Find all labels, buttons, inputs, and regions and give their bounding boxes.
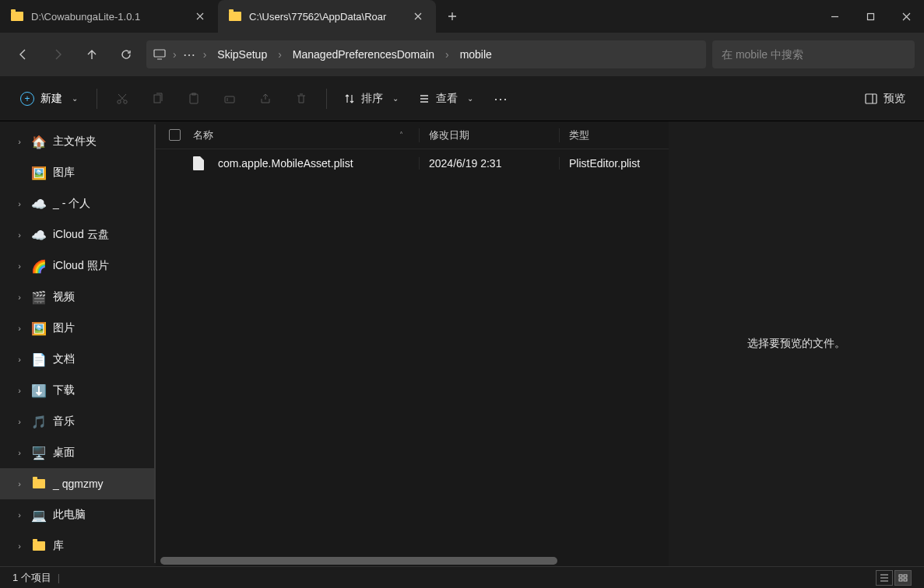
expand-icon[interactable]: › <box>14 261 25 271</box>
expand-icon[interactable]: › <box>14 199 25 208</box>
svg-rect-8 <box>866 94 877 103</box>
up-button[interactable] <box>78 40 106 68</box>
horizontal-scrollbar[interactable] <box>156 555 669 566</box>
svg-rect-4 <box>154 95 160 103</box>
close-button[interactable] <box>888 0 924 33</box>
folder-icon <box>31 538 47 554</box>
rename-button[interactable] <box>214 85 245 113</box>
expand-icon[interactable]: › <box>14 448 25 457</box>
file-icon <box>193 156 204 170</box>
view-button[interactable]: 查看 ⌄ <box>411 85 481 113</box>
view-icons-button[interactable] <box>894 570 912 586</box>
ellipsis-icon[interactable]: ⋯ <box>180 47 200 62</box>
sidebar-item[interactable]: ›💻此电脑 <box>0 499 156 530</box>
sidebar-item-label: 图片 <box>53 321 75 335</box>
preview-pane: 选择要预览的文件。 <box>669 121 924 566</box>
preview-button[interactable]: 预览 <box>857 85 913 113</box>
sidebar-item-label: 下载 <box>53 383 75 397</box>
maximize-button[interactable] <box>852 0 888 33</box>
chevron-right-icon[interactable]: › <box>171 48 178 61</box>
chevron-right-icon[interactable]: › <box>276 48 283 61</box>
breadcrumb-segment[interactable]: ManagedPreferencesDomain <box>285 40 442 68</box>
item-count: 1 个项目 <box>12 571 51 585</box>
expand-icon[interactable]: › <box>14 541 25 551</box>
share-button[interactable] <box>250 85 281 113</box>
column-header-date[interactable]: 修改日期 <box>419 128 559 142</box>
scrollbar-thumb[interactable] <box>160 557 557 565</box>
sidebar-item[interactable]: ›⬇️下载 <box>0 375 156 406</box>
chevron-right-icon[interactable]: › <box>444 48 451 61</box>
more-button[interactable]: ⋯ <box>486 85 517 113</box>
paste-button[interactable] <box>178 85 209 113</box>
cut-button[interactable] <box>107 85 138 113</box>
delete-button[interactable] <box>286 85 317 113</box>
tab-active[interactable]: C:\Users\77562\AppData\Roar <box>218 0 436 33</box>
desktop-icon: 🖥️ <box>31 445 47 460</box>
sidebar-item[interactable]: ›🌈iCloud 照片 <box>0 250 156 282</box>
sidebar-item[interactable]: ›🎵音乐 <box>0 406 156 437</box>
expand-icon[interactable]: › <box>14 510 25 520</box>
expand-icon[interactable]: › <box>14 386 25 395</box>
view-details-button[interactable] <box>876 570 893 586</box>
tab-close-button[interactable] <box>193 9 207 23</box>
expand-icon[interactable]: › <box>14 292 25 302</box>
tab-title: C:\Users\77562\AppData\Roar <box>249 11 403 23</box>
music-icon: 🎵 <box>31 414 47 429</box>
sidebar-item[interactable]: ›🖼️图片 <box>0 313 156 344</box>
title-bar: D:\CowabungaLite-1.0.1 C:\Users\77562\Ap… <box>0 0 924 33</box>
back-button[interactable] <box>9 40 37 68</box>
sort-button[interactable]: 排序 ⌄ <box>336 85 406 113</box>
sidebar-item[interactable]: ›🖼️图库 <box>0 157 156 188</box>
sidebar-item[interactable]: ›库 <box>0 530 156 562</box>
sidebar-item[interactable]: ›🏠主文件夹 <box>0 126 156 157</box>
sidebar-item-label: 桌面 <box>53 446 75 460</box>
column-header-type[interactable]: 类型 <box>559 128 669 142</box>
tab-close-button[interactable] <box>411 9 425 23</box>
sidebar-item[interactable]: ›☁️_ - 个人 <box>0 188 156 219</box>
search-input[interactable] <box>722 48 905 61</box>
breadcrumb[interactable]: › ⋯ › SkipSetup › ManagedPreferencesDoma… <box>146 40 706 68</box>
expand-icon[interactable]: › <box>14 137 25 146</box>
column-headers: 名称 ˄ 修改日期 类型 <box>156 121 669 149</box>
minimize-button[interactable] <box>817 0 852 33</box>
file-list[interactable]: com.apple.MobileAsset.plist2024/6/19 2:3… <box>156 149 669 555</box>
tab-title: D:\CowabungaLite-1.0.1 <box>31 11 185 23</box>
file-row[interactable]: com.apple.MobileAsset.plist2024/6/19 2:3… <box>156 149 669 177</box>
chevron-down-icon: ⌄ <box>392 94 399 103</box>
breadcrumb-segment[interactable]: SkipSetup <box>209 40 275 68</box>
expand-icon[interactable]: › <box>14 230 25 240</box>
search-box[interactable] <box>712 40 915 68</box>
copy-button[interactable] <box>142 85 174 113</box>
folder-icon <box>31 476 47 492</box>
forward-button[interactable] <box>44 40 72 68</box>
content-area: ›🏠主文件夹›🖼️图库›☁️_ - 个人›☁️iCloud 云盘›🌈iCloud… <box>0 121 924 566</box>
tab-inactive[interactable]: D:\CowabungaLite-1.0.1 <box>0 0 218 33</box>
expand-icon[interactable]: › <box>14 355 25 364</box>
sidebar-item[interactable]: ›📄文档 <box>0 344 156 375</box>
sidebar-item[interactable]: ›☁️iCloud 云盘 <box>0 219 156 250</box>
new-button[interactable]: + 新建 ⌄ <box>11 85 87 113</box>
column-header-name[interactable]: 名称 ˄ <box>193 128 419 142</box>
icloud-icon: ☁️ <box>31 227 47 243</box>
sidebar-item-label: iCloud 云盘 <box>53 228 109 242</box>
expand-icon[interactable]: › <box>14 479 25 488</box>
pc-icon[interactable] <box>149 49 170 60</box>
new-tab-button[interactable] <box>436 0 469 33</box>
sidebar-item-label: 音乐 <box>53 415 75 429</box>
chevron-right-icon[interactable]: › <box>202 48 209 61</box>
sidebar-item-label: 文档 <box>53 352 75 366</box>
refresh-button[interactable] <box>112 40 140 68</box>
sidebar-item[interactable]: ›🎬视频 <box>0 282 156 313</box>
sidebar-item[interactable]: ›🖥️桌面 <box>0 437 156 468</box>
svg-rect-11 <box>899 579 902 581</box>
sidebar[interactable]: ›🏠主文件夹›🖼️图库›☁️_ - 个人›☁️iCloud 云盘›🌈iCloud… <box>0 121 156 566</box>
sidebar-item[interactable]: ›_ qgmzmy <box>0 468 156 499</box>
breadcrumb-segment[interactable]: mobile <box>452 40 500 68</box>
icloud-photos-icon: 🌈 <box>31 258 47 274</box>
sort-icon <box>344 93 355 104</box>
svg-rect-0 <box>867 13 873 19</box>
separator <box>326 89 327 109</box>
expand-icon[interactable]: › <box>14 324 25 333</box>
expand-icon[interactable]: › <box>14 417 25 426</box>
select-all-checkbox[interactable] <box>156 129 193 141</box>
